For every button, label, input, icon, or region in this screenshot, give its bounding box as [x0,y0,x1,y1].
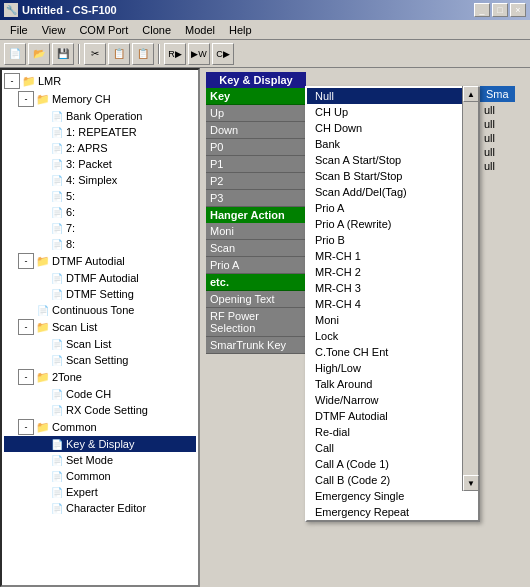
dropdown-item[interactable]: Scan A Start/Stop [307,152,462,168]
tree-item[interactable]: 📄1: REPEATER [4,124,196,140]
menu-help[interactable]: Help [223,23,258,37]
tree-item[interactable]: 📄Expert [4,484,196,500]
tree-item[interactable]: -📁Memory CH [4,90,196,108]
dropdown-item[interactable]: Scan B Start/Stop [307,168,462,184]
tree-item[interactable]: 📄2: APRS [4,140,196,156]
tree-item[interactable]: -📁2Tone [4,368,196,386]
minimize-button[interactable]: _ [474,3,490,17]
expand-icon[interactable]: - [18,91,34,107]
dropdown-item[interactable]: Prio A [307,200,462,216]
tree-item[interactable]: -📁DTMF Autodial [4,252,196,270]
tree-item[interactable]: 📄Character Editor [4,500,196,516]
dropdown-item[interactable]: Bank [307,136,462,152]
dropdown-item[interactable]: High/Low [307,360,462,376]
null-val-4: ull [480,145,515,159]
dropdown-item[interactable]: MR-CH 4 [307,296,462,312]
dropdown-item[interactable]: Lock [307,328,462,344]
tree-item[interactable]: 📄DTMF Autodial [4,270,196,286]
doc-icon: 📄 [36,303,50,317]
tree-label: 5: [66,190,75,202]
scroll-up-button[interactable]: ▲ [463,86,479,102]
tree-item[interactable]: -📁Scan List [4,318,196,336]
menu-bar: File View COM Port Clone Model Help [0,20,530,40]
tree-item[interactable]: 📄Common [4,468,196,484]
expand-icon[interactable]: - [18,419,34,435]
menu-clone[interactable]: Clone [136,23,177,37]
new-button[interactable]: 📄 [4,43,26,65]
tree-label: 2Tone [52,371,82,383]
open-button[interactable]: 📂 [28,43,50,65]
dropdown-item[interactable]: Wide/Narrow [307,392,462,408]
tree-item[interactable]: 📄Set Mode [4,452,196,468]
dropdown-item[interactable]: Null [307,88,462,104]
menu-model[interactable]: Model [179,23,221,37]
expand-icon[interactable]: - [18,369,34,385]
maximize-button[interactable]: □ [492,3,508,17]
dropdown-scrollbar[interactable]: ▲ ▼ [462,86,478,491]
folder-icon: 📁 [36,370,50,384]
scroll-down-button[interactable]: ▼ [463,475,479,491]
tree-item[interactable]: 📄8: [4,236,196,252]
dropdown-item[interactable]: Prio A (Rewrite) [307,216,462,232]
cut-button[interactable]: ✂ [84,43,106,65]
dropdown-item[interactable]: Re-dial [307,424,462,440]
tree-item[interactable]: 📄Continuous Tone [4,302,196,318]
dropdown-item[interactable]: Call [307,440,462,456]
dropdown-item[interactable]: Emergency Single [307,488,462,504]
tree-label: Continuous Tone [52,304,134,316]
save-button[interactable]: 💾 [52,43,74,65]
tree-item[interactable]: 📄7: [4,220,196,236]
kd-key-header: Key [206,88,306,105]
dropdown-item[interactable]: DTMF Autodial [307,408,462,424]
tree-item[interactable]: 📄3: Packet [4,156,196,172]
dropdown-item[interactable]: MR-CH 2 [307,264,462,280]
dropdown-item[interactable]: Call A (Code 1) [307,456,462,472]
tree-item[interactable]: 📄Code CH [4,386,196,402]
tree-item[interactable]: 📄Scan List [4,336,196,352]
menu-com-port[interactable]: COM Port [73,23,134,37]
app-icon: 🔧 [4,3,18,17]
tree-item[interactable]: -📁LMR [4,72,196,90]
dropdown-item[interactable]: Scan Add/Del(Tag) [307,184,462,200]
write-button[interactable]: ▶W [188,43,210,65]
doc-icon: 📄 [50,403,64,417]
dropdown-menu[interactable]: NullCH UpCH DownBankScan A Start/StopSca… [305,86,480,522]
dropdown-item[interactable]: Emergency Repeat [307,504,462,520]
copy-button[interactable]: 📋 [108,43,130,65]
expand-icon[interactable]: - [4,73,20,89]
tree-item[interactable]: 📄4: Simplex [4,172,196,188]
tree-item[interactable]: 📄6: [4,204,196,220]
scroll-track [463,102,478,475]
tree-item[interactable]: 📄Bank Operation [4,108,196,124]
doc-icon: 📄 [50,221,64,235]
dropdown-item[interactable]: C.Tone CH Ent [307,344,462,360]
tree-item[interactable]: -📁Common [4,418,196,436]
tree-item[interactable]: 📄5: [4,188,196,204]
tree-item[interactable]: 📄Key & Display [4,436,196,452]
tree-item[interactable]: 📄Scan Setting [4,352,196,368]
dropdown-item[interactable]: Moni [307,312,462,328]
tree-label: Memory CH [52,93,111,105]
menu-view[interactable]: View [36,23,72,37]
close-button[interactable]: × [510,3,526,17]
expand-icon[interactable]: - [18,253,34,269]
paste-button[interactable]: 📋 [132,43,154,65]
dropdown-item[interactable]: Prio B [307,232,462,248]
doc-icon: 📄 [50,125,64,139]
menu-file[interactable]: File [4,23,34,37]
expand-icon[interactable]: - [18,319,34,335]
doc-icon: 📄 [50,387,64,401]
dropdown-item[interactable]: CH Down [307,120,462,136]
tree-item[interactable]: 📄DTMF Setting [4,286,196,302]
dropdown-item[interactable]: MR-CH 1 [307,248,462,264]
dropdown-item[interactable]: Talk Around [307,376,462,392]
dropdown-item[interactable]: MR-CH 3 [307,280,462,296]
dropdown-item[interactable]: Call B (Code 2) [307,472,462,488]
tree-label: DTMF Setting [66,288,134,300]
dropdown-item[interactable]: CH Up [307,104,462,120]
toolbar-sep-1 [78,44,80,64]
tree-panel[interactable]: -📁LMR-📁Memory CH📄Bank Operation📄1: REPEA… [0,68,200,587]
tree-item[interactable]: 📄RX Code Setting [4,402,196,418]
clone-button[interactable]: C▶ [212,43,234,65]
read-button[interactable]: R▶ [164,43,186,65]
